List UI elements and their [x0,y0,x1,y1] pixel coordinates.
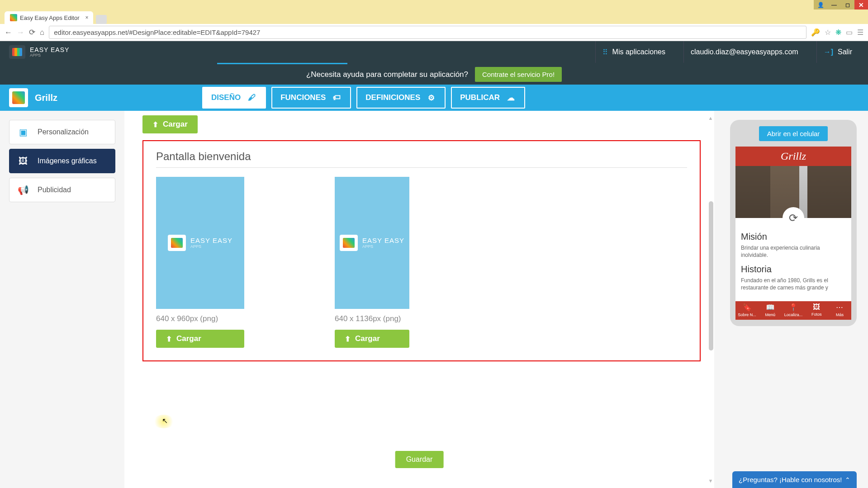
scroll-down-icon[interactable]: ▼ [708,478,713,483]
upload-icon: ⬆ [152,120,158,129]
tag-icon: 🏷 [331,92,342,103]
gear-icon: ⚙ [426,92,436,103]
splash-2-preview[interactable]: EASY EASY APPS [335,177,409,309]
cloud-upload-icon: ☁ [505,92,516,103]
section-title: Pantalla bienvenida [156,150,687,168]
browser-titlebar: 👤 — ◻ ✕ [0,0,868,9]
refresh-button[interactable]: ⟳ [783,207,804,229]
content-area: ⬆ Cargar Pantalla bienvenida EASY EASY A [124,111,714,488]
cargar-button-2[interactable]: ⬆ Cargar [335,330,409,348]
window-minimize-button[interactable]: — [827,0,841,9]
apps-grid-icon: ⠿ [602,48,608,57]
app-name: Grillz [35,93,57,103]
sidebar: ▣ Personalización 🖼 Imágenes gráficas 📢 … [0,111,124,488]
phone-nav-more[interactable]: ⋯ Más [828,301,851,320]
image-icon: 🖼 [17,156,29,166]
brand-main: EASY EASY [30,47,69,53]
phone-brand-header: Grillz [735,147,851,166]
pro-service-button[interactable]: Contrate el servicio Pro! [475,67,562,82]
cursor-icon: ↖ [162,417,168,425]
open-on-phone-button[interactable]: Abrir en el celular [759,126,828,141]
phone-panel: Abrir en el celular Grillz ⟳ Misión Brin… [719,111,868,488]
star-icon[interactable]: ☆ [825,28,831,37]
app-icon[interactable] [9,88,28,107]
brush-icon: 🖌 [246,92,257,103]
url-bar: ← → ⟳ ⌂ 🔑 ☆ ❋ ▭ ☰ [0,24,868,41]
book-icon: 📖 [759,303,782,312]
chat-widget[interactable]: ¿Preguntas? ¡Hable con nosotros! ⌃ [732,471,857,488]
forward-icon[interactable]: → [17,28,24,37]
open-icon: 🔖 [735,303,759,312]
tab-favicon-icon [10,14,17,21]
url-input[interactable] [49,26,806,39]
reload-icon[interactable]: ⟳ [29,28,35,37]
phone-nav-about[interactable]: 🔖 Sobre N... [735,301,759,320]
splash-2-dimensions: 640 x 1136px (png) [335,314,409,323]
upload-icon: ⬆ [345,335,351,343]
brand-logo[interactable]: EASY EASY APPS [9,45,69,59]
megaphone-icon: 📢 [17,185,29,195]
window-close-button[interactable]: ✕ [854,0,868,9]
back-icon[interactable]: ← [5,28,12,37]
brand-logo-icon [9,45,25,59]
tab-design[interactable]: DISEÑO 🖌 [202,87,266,109]
upload-icon: ⬆ [166,335,172,343]
mission-heading: Misión [741,232,846,242]
tab-close-icon[interactable]: × [85,14,89,21]
phone-screen: Grillz ⟳ Misión Brindar una experiencia … [735,147,851,320]
sidebar-item-personalization[interactable]: ▣ Personalización [9,120,115,144]
tab-definitions[interactable]: DEFINICIONES ⚙ [356,87,446,109]
chat-text: ¿Preguntas? ¡Hable con nosotros! [739,476,842,483]
home-icon[interactable]: ⌂ [40,28,44,37]
sidebar-item-graphic-images[interactable]: 🖼 Imágenes gráficas [9,149,115,173]
window-user-icon[interactable]: 👤 [814,0,827,9]
splash-2-column: EASY EASY APPS 640 x 1136px (png) ⬆ Carg… [335,177,409,348]
photo-icon: 🖼 [805,303,828,311]
tab-publish[interactable]: PUBLICAR ☁ [451,87,525,109]
layout-icon: ▣ [17,127,29,137]
help-question: ¿Necesita ayuda para completar su aplica… [306,70,468,79]
splash-1-preview[interactable]: EASY EASY APPS [156,177,244,309]
help-bar: ¿Necesita ayuda para completar su aplica… [0,63,868,85]
splash-1-dimensions: 640 x 960px (png) [156,314,244,323]
sidebar-item-advertising[interactable]: 📢 Publicidad [9,178,115,202]
logout-icon: →] [824,48,833,56]
extension-icon[interactable]: ❋ [835,28,841,37]
tab-functions[interactable]: FUNCIONES 🏷 [271,87,351,109]
phone-bottom-nav: 🔖 Sobre N... 📖 Menú 📍 Localiza... 🖼 Foto… [735,301,851,320]
scrollbar[interactable]: ▲ ▼ [708,115,713,483]
key-icon[interactable]: 🔑 [811,28,820,37]
phone-frame: Abrir en el celular Grillz ⟳ Misión Brin… [730,120,857,326]
welcome-screen-section: Pantalla bienvenida EASY EASY APPS [142,140,701,361]
scroll-thumb[interactable] [709,201,713,351]
splash-logo-icon [168,235,186,251]
brand-sub: APPS [30,53,69,57]
device-icon[interactable]: ▭ [846,28,853,37]
nav-bar: Grillz DISEÑO 🖌 FUNCIONES 🏷 DEFINICIONES… [0,85,868,111]
app-header: EASY EASY APPS ⠿ Mis aplicaciones claudi… [0,41,868,63]
my-apps-link[interactable]: ⠿ Mis aplicaciones [595,41,672,63]
phone-nav-location[interactable]: 📍 Localiza... [782,301,805,320]
logout-link[interactable]: →] Salir [816,41,859,63]
cargar-button-top[interactable]: ⬆ Cargar [142,115,198,133]
user-email[interactable]: claudio.diaz@easyeasyapps.com [683,41,805,63]
new-tab-button[interactable] [96,15,107,24]
pin-icon: 📍 [782,303,805,312]
logout-label: Salir [838,48,852,56]
menu-icon[interactable]: ☰ [857,28,863,37]
history-heading: Historia [741,264,846,275]
cursor-highlight [152,415,175,428]
scroll-up-icon[interactable]: ▲ [708,115,713,121]
splash-logo-icon [340,235,358,251]
my-apps-label: Mis aplicaciones [612,48,665,56]
phone-nav-menu[interactable]: 📖 Menú [759,301,782,320]
browser-tab[interactable]: Easy Easy Apps Editor × [5,11,93,24]
save-button[interactable]: Guardar [395,451,444,468]
chevron-up-icon: ⌃ [845,476,850,483]
window-maximize-button[interactable]: ◻ [841,0,854,9]
tab-bar: Easy Easy Apps Editor × [0,9,868,24]
more-icon: ⋯ [828,303,851,312]
phone-nav-photos[interactable]: 🖼 Fotos [805,301,828,320]
cargar-button-1[interactable]: ⬆ Cargar [156,330,244,348]
mission-text: Brindar una experiencia culinaria inolvi… [741,245,846,259]
